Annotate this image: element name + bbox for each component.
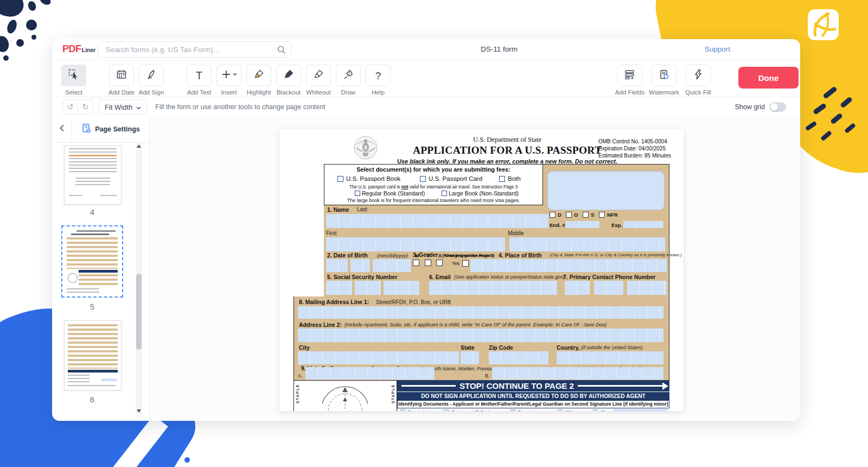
pages-sidebar: Page Settings 4 <box>52 116 150 421</box>
page-number-label[interactable]: 4 <box>64 207 120 217</box>
field-email[interactable] <box>429 281 557 295</box>
logo-mark-curves <box>808 9 839 40</box>
tool-insert[interactable]: Insert <box>215 65 243 96</box>
tool-watermark[interactable]: Watermark <box>650 65 678 96</box>
decor-navy-dash <box>830 112 843 124</box>
scroll-up-button[interactable] <box>137 144 141 148</box>
field-place-of-birth[interactable] <box>470 259 667 272</box>
field-country[interactable] <box>557 351 663 364</box>
field-state[interactable] <box>461 351 479 364</box>
q8b-hint: (Include Apartment, Suite, etc. If appli… <box>344 322 607 327</box>
tool-add-text[interactable]: T Add Text <box>185 65 213 96</box>
field-other-name-a[interactable] <box>305 367 435 380</box>
field-ssn-3[interactable] <box>384 281 419 295</box>
tool-quick-fill[interactable]: Quick Fill <box>684 65 712 96</box>
field-dob-year[interactable] <box>373 259 411 272</box>
checkbox-gender-x[interactable] <box>436 260 443 266</box>
field-middle-name[interactable] <box>509 237 665 251</box>
q8-hint: Street/RFD#, P.O. Box, or URB <box>376 299 451 305</box>
field-ssn-2[interactable] <box>355 281 381 295</box>
changing-gender-label: Changing gender marker? <box>445 253 494 258</box>
tool-select[interactable]: Select <box>60 65 88 96</box>
sidebar-collapse-button[interactable] <box>52 116 72 142</box>
field-exp[interactable] <box>623 221 663 228</box>
tool-add-fields[interactable]: Add Fields <box>616 65 644 96</box>
tool-draw[interactable]: Draw <box>334 65 362 96</box>
done-button[interactable]: Done <box>738 67 799 89</box>
page-thumbnail-6[interactable] <box>64 320 122 390</box>
tool-label: Insert <box>221 89 237 96</box>
search-box[interactable] <box>98 41 292 58</box>
tool-help[interactable]: ? Help <box>364 65 392 96</box>
thumb-highlight-line <box>69 155 117 156</box>
field-first-name[interactable] <box>326 237 505 251</box>
field-other-name-b[interactable] <box>492 367 663 380</box>
checkbox-s[interactable] <box>583 212 589 218</box>
tool-blackout[interactable]: Blackout <box>275 65 303 96</box>
page-settings-button[interactable]: Page Settings <box>72 123 149 136</box>
field-phone-1[interactable] <box>565 281 590 295</box>
search-input[interactable] <box>105 42 270 58</box>
checkbox-other[interactable] <box>593 409 598 412</box>
scroll-down-button[interactable] <box>137 409 141 413</box>
checkbox-drivers-license[interactable] <box>400 409 405 412</box>
search-icon[interactable] <box>277 45 286 56</box>
id-label: Passport <box>518 409 534 412</box>
banner-dash-left <box>401 385 456 387</box>
field-end-number[interactable] <box>566 221 599 228</box>
field-last-name[interactable] <box>326 214 548 228</box>
checkbox-nfr[interactable] <box>599 212 605 218</box>
insert-plus-icon <box>221 70 231 81</box>
thumb-stop-banner <box>79 270 118 273</box>
zoom-select[interactable]: Fit Width <box>99 99 147 115</box>
checkbox-large-book[interactable] <box>442 191 447 196</box>
field-city[interactable] <box>298 351 459 364</box>
undo-button[interactable]: ↺ <box>62 99 78 115</box>
tool-label: Select <box>65 89 82 96</box>
checkbox-o[interactable] <box>566 212 572 218</box>
toolbar: Select Add Date Add Sign T Add Text <box>52 60 800 97</box>
field-dob-day[interactable] <box>350 259 370 272</box>
field-dob-month[interactable] <box>326 259 348 272</box>
checkbox-state-id[interactable] <box>444 409 449 412</box>
show-grid-toggle[interactable] <box>769 102 786 112</box>
gender-m-label: M <box>415 253 419 258</box>
field-other-id[interactable] <box>614 409 668 412</box>
field-phone-2[interactable] <box>594 281 623 295</box>
decor-navy-dash <box>822 86 838 99</box>
sidebar-scrollbar-thumb[interactable] <box>136 274 142 350</box>
field-phone-3[interactable] <box>627 281 667 295</box>
document-title: DS-11 form <box>456 45 542 53</box>
tool-highlight[interactable]: Highlight <box>245 65 273 96</box>
city-label: City <box>299 344 310 351</box>
checkbox-passport-book[interactable] <box>337 176 343 182</box>
checkbox-both[interactable] <box>499 176 505 182</box>
support-link[interactable]: Support <box>705 45 730 53</box>
sign-quill-icon <box>146 69 157 82</box>
page-number-label[interactable]: 5 <box>64 302 120 311</box>
checkbox-regular-book[interactable] <box>355 191 360 196</box>
page-thumbnail-4[interactable] <box>64 146 122 205</box>
document-canvas[interactable]: U.S. Department of State APPLICATION FOR… <box>150 116 800 421</box>
field-ssn-1[interactable] <box>326 281 352 295</box>
page-number-label[interactable]: 6 <box>64 395 120 404</box>
office-use-field[interactable] <box>547 171 665 210</box>
field-address-1[interactable] <box>298 306 663 319</box>
checkbox-gender-yes[interactable] <box>462 260 469 267</box>
checkbox-d[interactable] <box>550 212 556 218</box>
checkbox-gender-m[interactable] <box>413 260 419 266</box>
page-thumbnail-5-selected[interactable] <box>61 225 123 298</box>
document-page[interactable]: U.S. Department of State APPLICATION FOR… <box>279 129 684 411</box>
field-address-2[interactable] <box>298 329 663 342</box>
tool-add-date[interactable]: Add Date <box>107 65 136 96</box>
field-zip[interactable] <box>489 351 548 364</box>
checkbox-passport-card[interactable] <box>420 176 426 182</box>
checkbox-passport-id[interactable] <box>510 409 515 412</box>
tool-add-sign[interactable]: Add Sign <box>137 65 165 96</box>
pdfliner-logo[interactable]: PDF Liner <box>62 43 95 55</box>
checkbox-gender-f[interactable] <box>425 260 431 266</box>
checkbox-military[interactable] <box>557 409 562 412</box>
redo-button[interactable]: ↻ <box>78 99 93 115</box>
fee-option-label: U.S. Passport Card <box>429 175 482 182</box>
tool-whiteout[interactable]: Whiteout <box>304 65 333 96</box>
